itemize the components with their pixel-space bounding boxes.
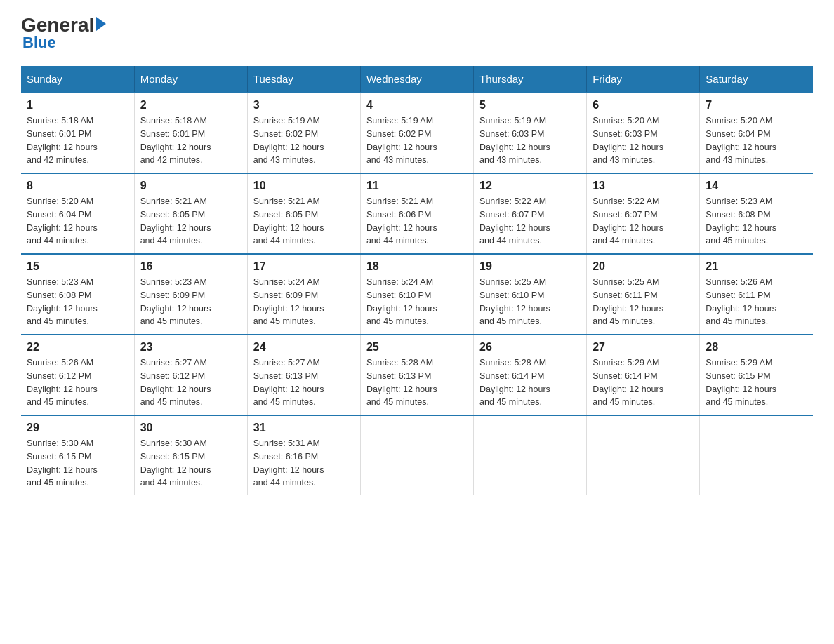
day-number: 13 (593, 180, 694, 192)
day-number: 12 (479, 180, 581, 192)
day-number: 14 (706, 180, 807, 192)
logo: General Blue (21, 14, 106, 52)
day-info: Sunrise: 5:23 AMSunset: 6:08 PMDaylight:… (706, 195, 807, 248)
calendar-cell: 30Sunrise: 5:30 AMSunset: 6:15 PMDayligh… (134, 415, 247, 495)
calendar-week-row: 15Sunrise: 5:23 AMSunset: 6:08 PMDayligh… (21, 254, 813, 335)
header-day-wednesday: Wednesday (360, 66, 473, 93)
header-day-tuesday: Tuesday (247, 66, 360, 93)
calendar-week-row: 1Sunrise: 5:18 AMSunset: 6:01 PMDaylight… (21, 93, 813, 173)
calendar-cell: 9Sunrise: 5:21 AMSunset: 6:05 PMDaylight… (134, 173, 247, 254)
calendar-cell: 24Sunrise: 5:27 AMSunset: 6:13 PMDayligh… (247, 335, 360, 415)
calendar-week-row: 22Sunrise: 5:26 AMSunset: 6:12 PMDayligh… (21, 335, 813, 415)
day-number: 20 (593, 260, 694, 273)
header-day-friday: Friday (587, 66, 700, 93)
calendar-cell: 20Sunrise: 5:25 AMSunset: 6:11 PMDayligh… (587, 254, 700, 335)
day-info: Sunrise: 5:31 AMSunset: 6:16 PMDaylight:… (253, 437, 355, 490)
day-info: Sunrise: 5:27 AMSunset: 6:12 PMDaylight:… (140, 356, 241, 409)
day-info: Sunrise: 5:21 AMSunset: 6:05 PMDaylight:… (140, 195, 241, 248)
day-info: Sunrise: 5:22 AMSunset: 6:07 PMDaylight:… (593, 195, 694, 248)
calendar-header-row: SundayMondayTuesdayWednesdayThursdayFrid… (21, 66, 813, 93)
day-info: Sunrise: 5:18 AMSunset: 6:01 PMDaylight:… (27, 114, 128, 167)
day-number: 8 (27, 180, 128, 192)
day-number: 28 (706, 341, 807, 354)
day-info: Sunrise: 5:19 AMSunset: 6:03 PMDaylight:… (479, 114, 581, 167)
day-info: Sunrise: 5:30 AMSunset: 6:15 PMDaylight:… (27, 437, 128, 490)
header-day-monday: Monday (134, 66, 247, 93)
day-number: 17 (253, 260, 355, 273)
calendar-cell (700, 415, 813, 495)
calendar-cell: 26Sunrise: 5:28 AMSunset: 6:14 PMDayligh… (474, 335, 587, 415)
calendar-table: SundayMondayTuesdayWednesdayThursdayFrid… (21, 66, 813, 495)
day-number: 9 (140, 180, 241, 192)
day-number: 15 (27, 260, 128, 273)
day-info: Sunrise: 5:21 AMSunset: 6:06 PMDaylight:… (366, 195, 468, 248)
day-number: 27 (593, 341, 694, 354)
day-number: 10 (253, 180, 355, 192)
calendar-cell: 25Sunrise: 5:28 AMSunset: 6:13 PMDayligh… (360, 335, 473, 415)
day-number: 4 (366, 99, 468, 112)
calendar-cell: 27Sunrise: 5:29 AMSunset: 6:14 PMDayligh… (587, 335, 700, 415)
calendar-cell: 31Sunrise: 5:31 AMSunset: 6:16 PMDayligh… (247, 415, 360, 495)
calendar-cell (587, 415, 700, 495)
calendar-cell: 4Sunrise: 5:19 AMSunset: 6:02 PMDaylight… (360, 93, 473, 173)
calendar-cell: 10Sunrise: 5:21 AMSunset: 6:05 PMDayligh… (247, 173, 360, 254)
calendar-cell: 21Sunrise: 5:26 AMSunset: 6:11 PMDayligh… (700, 254, 813, 335)
day-number: 19 (479, 260, 581, 273)
day-info: Sunrise: 5:20 AMSunset: 6:04 PMDaylight:… (27, 195, 128, 248)
day-info: Sunrise: 5:21 AMSunset: 6:05 PMDaylight:… (253, 195, 355, 248)
calendar-cell: 19Sunrise: 5:25 AMSunset: 6:10 PMDayligh… (474, 254, 587, 335)
day-number: 31 (253, 422, 355, 434)
page-header: General Blue (21, 14, 813, 52)
calendar-cell: 5Sunrise: 5:19 AMSunset: 6:03 PMDaylight… (474, 93, 587, 173)
day-number: 18 (366, 260, 468, 273)
logo-arrow-icon (96, 17, 106, 31)
day-number: 29 (27, 422, 128, 434)
day-info: Sunrise: 5:28 AMSunset: 6:14 PMDaylight:… (479, 356, 581, 409)
day-number: 21 (706, 260, 807, 273)
calendar-week-row: 8Sunrise: 5:20 AMSunset: 6:04 PMDaylight… (21, 173, 813, 254)
calendar-cell: 11Sunrise: 5:21 AMSunset: 6:06 PMDayligh… (360, 173, 473, 254)
calendar-cell: 13Sunrise: 5:22 AMSunset: 6:07 PMDayligh… (587, 173, 700, 254)
calendar-cell: 17Sunrise: 5:24 AMSunset: 6:09 PMDayligh… (247, 254, 360, 335)
day-info: Sunrise: 5:26 AMSunset: 6:11 PMDaylight:… (706, 276, 807, 328)
day-info: Sunrise: 5:29 AMSunset: 6:15 PMDaylight:… (706, 356, 807, 409)
calendar-cell: 8Sunrise: 5:20 AMSunset: 6:04 PMDaylight… (21, 173, 134, 254)
day-number: 11 (366, 180, 468, 192)
day-info: Sunrise: 5:22 AMSunset: 6:07 PMDaylight:… (479, 195, 581, 248)
calendar-cell (474, 415, 587, 495)
day-info: Sunrise: 5:27 AMSunset: 6:13 PMDaylight:… (253, 356, 355, 409)
calendar-cell: 2Sunrise: 5:18 AMSunset: 6:01 PMDaylight… (134, 93, 247, 173)
day-info: Sunrise: 5:19 AMSunset: 6:02 PMDaylight:… (253, 114, 355, 167)
day-number: 6 (593, 99, 694, 112)
day-number: 7 (706, 99, 807, 112)
calendar-cell: 18Sunrise: 5:24 AMSunset: 6:10 PMDayligh… (360, 254, 473, 335)
day-info: Sunrise: 5:25 AMSunset: 6:10 PMDaylight:… (479, 276, 581, 328)
day-info: Sunrise: 5:19 AMSunset: 6:02 PMDaylight:… (366, 114, 468, 167)
calendar-cell: 3Sunrise: 5:19 AMSunset: 6:02 PMDaylight… (247, 93, 360, 173)
calendar-cell: 7Sunrise: 5:20 AMSunset: 6:04 PMDaylight… (700, 93, 813, 173)
calendar-cell: 14Sunrise: 5:23 AMSunset: 6:08 PMDayligh… (700, 173, 813, 254)
day-info: Sunrise: 5:20 AMSunset: 6:04 PMDaylight:… (706, 114, 807, 167)
day-number: 2 (140, 99, 241, 112)
day-info: Sunrise: 5:26 AMSunset: 6:12 PMDaylight:… (27, 356, 128, 409)
logo-blue-text: Blue (22, 34, 56, 52)
day-info: Sunrise: 5:23 AMSunset: 6:08 PMDaylight:… (27, 276, 128, 328)
calendar-week-row: 29Sunrise: 5:30 AMSunset: 6:15 PMDayligh… (21, 415, 813, 495)
day-number: 26 (479, 341, 581, 354)
day-number: 5 (479, 99, 581, 112)
calendar-cell: 1Sunrise: 5:18 AMSunset: 6:01 PMDaylight… (21, 93, 134, 173)
day-info: Sunrise: 5:28 AMSunset: 6:13 PMDaylight:… (366, 356, 468, 409)
calendar-cell: 6Sunrise: 5:20 AMSunset: 6:03 PMDaylight… (587, 93, 700, 173)
day-info: Sunrise: 5:24 AMSunset: 6:10 PMDaylight:… (366, 276, 468, 328)
calendar-cell: 28Sunrise: 5:29 AMSunset: 6:15 PMDayligh… (700, 335, 813, 415)
day-info: Sunrise: 5:24 AMSunset: 6:09 PMDaylight:… (253, 276, 355, 328)
day-info: Sunrise: 5:30 AMSunset: 6:15 PMDaylight:… (140, 437, 241, 490)
day-info: Sunrise: 5:18 AMSunset: 6:01 PMDaylight:… (140, 114, 241, 167)
header-day-saturday: Saturday (700, 66, 813, 93)
day-number: 3 (253, 99, 355, 112)
header-day-sunday: Sunday (21, 66, 134, 93)
day-info: Sunrise: 5:29 AMSunset: 6:14 PMDaylight:… (593, 356, 694, 409)
day-number: 22 (27, 341, 128, 354)
calendar-cell: 29Sunrise: 5:30 AMSunset: 6:15 PMDayligh… (21, 415, 134, 495)
header-day-thursday: Thursday (474, 66, 587, 93)
